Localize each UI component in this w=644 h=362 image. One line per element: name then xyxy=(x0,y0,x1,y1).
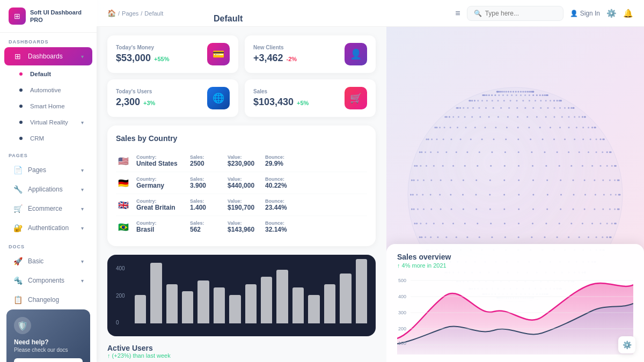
sidebar-item-pages[interactable]: 📄 Pages ▾ xyxy=(4,161,92,179)
svg-point-306 xyxy=(423,179,425,181)
svg-point-323 xyxy=(547,194,548,195)
svg-point-364 xyxy=(411,208,413,210)
svg-point-296 xyxy=(546,179,548,181)
svg-point-91 xyxy=(545,100,547,101)
sales-by-country-card: Sales by Country 🇺🇸 Country: United Stat… xyxy=(107,125,376,246)
documentation-button[interactable]: DOCUMENTATION xyxy=(14,358,83,362)
gear-button[interactable]: ⚙️ xyxy=(618,336,635,353)
search-input[interactable] xyxy=(485,10,557,17)
chevron-icon: ▾ xyxy=(81,278,84,284)
svg-point-289 xyxy=(614,179,616,181)
svg-point-263 xyxy=(606,165,608,166)
bar-14[interactable] xyxy=(356,259,367,323)
country-row-de: 🇩🇪 Country: Germany Sales: 3.900 Value: … xyxy=(116,172,367,194)
svg-point-350 xyxy=(546,208,548,210)
svg-point-367 xyxy=(618,208,620,210)
svg-point-155 xyxy=(545,116,547,117)
svg-point-181 xyxy=(576,127,577,128)
svg-point-392 xyxy=(416,223,418,224)
sidebar-item-label: Authentication xyxy=(28,224,69,232)
user-icon: 👤 xyxy=(570,10,578,17)
svg-point-72 xyxy=(484,94,486,96)
country-row-br: 🇧🇷 Country: Brasil Sales: 562 Value: $14… xyxy=(116,216,367,238)
bar-3[interactable] xyxy=(182,291,193,323)
svg-point-295 xyxy=(560,179,561,181)
svg-point-407 xyxy=(504,236,506,238)
svg-point-266 xyxy=(582,165,583,166)
sidebar-item-basic[interactable]: 🚀 Basic ▾ xyxy=(4,252,92,270)
svg-point-329 xyxy=(462,194,464,195)
svg-point-187 xyxy=(517,127,519,128)
svg-point-386 xyxy=(433,223,435,224)
svg-point-272 xyxy=(504,165,506,166)
svg-point-111 xyxy=(474,100,475,101)
sidebar-item-dashboards[interactable]: ⊞ Dashboards ▾ xyxy=(4,47,92,65)
svg-point-370 xyxy=(611,223,613,224)
svg-point-34 xyxy=(513,91,514,92)
svg-point-283 xyxy=(414,165,416,166)
svg-point-131 xyxy=(493,107,494,108)
svg-point-100 xyxy=(492,100,493,101)
bar-13[interactable] xyxy=(340,274,351,323)
svg-point-273 xyxy=(490,165,492,166)
breadcrumb-current: Default xyxy=(144,10,163,17)
bar-5[interactable] xyxy=(214,287,225,323)
svg-point-385 xyxy=(442,223,444,224)
chart-label-200: 200 xyxy=(116,293,125,299)
svg-point-307 xyxy=(417,179,419,181)
value-label: Value: xyxy=(228,154,260,160)
svg-point-222 xyxy=(443,138,444,140)
svg-point-235 xyxy=(602,151,603,153)
sign-in-button[interactable]: 👤 Sign In xyxy=(570,10,600,17)
svg-point-183 xyxy=(559,127,561,128)
svg-point-75 xyxy=(491,94,493,96)
bar-9[interactable] xyxy=(276,270,288,323)
sidebar-item-default[interactable]: Default xyxy=(4,67,92,82)
search-bar[interactable]: 🔍 xyxy=(467,6,564,21)
hamburger-icon[interactable]: ≡ xyxy=(455,9,460,18)
bar-0[interactable] xyxy=(135,295,146,323)
page-title: Default xyxy=(214,14,243,24)
settings-icon[interactable]: ⚙️ xyxy=(606,9,617,18)
logo-icon: ⊞ xyxy=(9,8,26,25)
value-label: Value: xyxy=(228,198,260,204)
svg-point-157 xyxy=(526,116,528,117)
svg-text:500: 500 xyxy=(398,278,406,283)
sidebar-item-changelog[interactable]: 📋 Changelog xyxy=(4,291,92,309)
stat-value: $103,430 xyxy=(253,97,294,108)
bar-10[interactable] xyxy=(292,287,304,323)
svg-point-345 xyxy=(602,208,604,210)
svg-point-161 xyxy=(488,116,490,117)
svg-point-347 xyxy=(584,208,586,210)
active-users-title: Active Users xyxy=(107,344,376,352)
content-right: Sales overview ↑ 4% more in 2021 xyxy=(386,27,644,362)
svg-point-99 xyxy=(497,100,499,101)
sidebar-item-authentication[interactable]: 🔐 Authentication ▾ xyxy=(4,219,92,237)
bar-6[interactable] xyxy=(229,295,240,323)
bar-2[interactable] xyxy=(166,284,178,323)
sidebar-item-smart-home[interactable]: Smart Home xyxy=(4,99,92,114)
svg-point-319 xyxy=(595,194,596,195)
sidebar-item-ecommerce[interactable]: 🛒 Ecommerce ▾ xyxy=(4,200,92,218)
bar-4[interactable] xyxy=(197,280,209,323)
country-label: Country: xyxy=(136,176,185,182)
bar-1[interactable] xyxy=(150,263,162,323)
svg-point-316 xyxy=(615,194,617,195)
sidebar-item-components[interactable]: 🔩 Components ▾ xyxy=(4,271,92,290)
svg-point-349 xyxy=(560,208,561,210)
svg-point-116 xyxy=(560,100,562,101)
bar-7[interactable] xyxy=(245,284,257,323)
notification-icon[interactable]: 🔔 xyxy=(623,9,633,18)
sidebar-item-crm[interactable]: CRM xyxy=(4,131,92,146)
sidebar-item-automotive[interactable]: Automotive xyxy=(4,83,92,98)
bar-8[interactable] xyxy=(261,277,272,323)
svg-point-357 xyxy=(451,208,452,210)
bar-12[interactable] xyxy=(324,284,335,323)
overview-subtitle: ↑ 4% more in 2021 xyxy=(397,262,633,269)
bar-11[interactable] xyxy=(308,295,319,323)
svg-point-262 xyxy=(611,165,613,166)
svg-point-127 xyxy=(524,107,526,108)
sidebar-item-virtual-reality[interactable]: Virtual Reality ▾ xyxy=(4,115,92,130)
svg-point-214 xyxy=(530,138,531,140)
sidebar-item-applications[interactable]: 🔧 Applications ▾ xyxy=(4,180,92,198)
